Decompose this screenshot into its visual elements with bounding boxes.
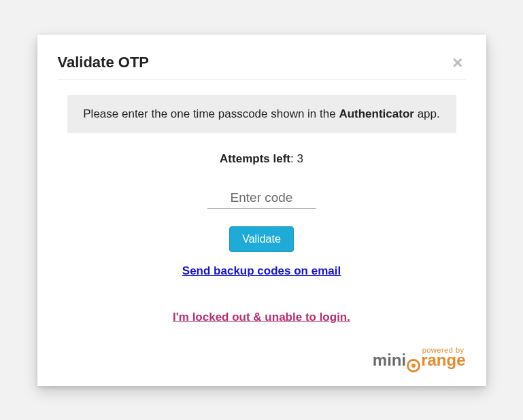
instruction-pre: Please enter the one time passcode shown…: [83, 107, 339, 120]
attempts-left: Attempts left: 3: [58, 152, 466, 166]
powered-by: powered by minirange: [58, 346, 466, 372]
validate-wrap: Validate: [58, 226, 466, 252]
instruction-bar: Please enter the one time passcode shown…: [67, 95, 456, 133]
backup-link-wrap: Send backup codes on email: [58, 264, 466, 278]
instruction-post: app.: [414, 107, 440, 120]
otp-modal: Validate OTP × Please enter the one time…: [37, 35, 486, 386]
attempts-value: 3: [297, 152, 303, 165]
modal-title: Validate OTP: [58, 54, 150, 71]
code-input[interactable]: [207, 188, 316, 209]
locked-out-wrap: I'm locked out & unable to login.: [58, 311, 466, 324]
close-icon[interactable]: ×: [450, 54, 465, 71]
logo-text-range: range: [421, 351, 465, 369]
miniorange-logo: minirange: [58, 352, 466, 372]
code-input-wrap: [58, 188, 466, 209]
logo-o-icon: [407, 359, 420, 372]
instruction-strong: Authenticator: [339, 107, 414, 120]
modal-header: Validate OTP ×: [58, 54, 466, 80]
attempts-label: Attempts left: [220, 152, 290, 165]
send-backup-codes-link[interactable]: Send backup codes on email: [182, 264, 341, 277]
logo-text-mini: mini: [373, 351, 406, 369]
validate-button[interactable]: Validate: [229, 226, 294, 252]
locked-out-link[interactable]: I'm locked out & unable to login.: [173, 311, 350, 323]
